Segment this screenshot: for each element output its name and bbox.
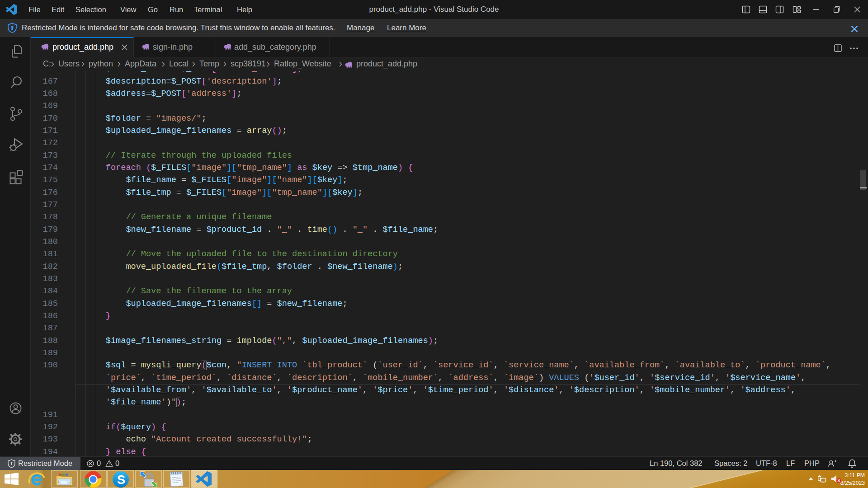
svg-text:S: S	[117, 473, 125, 487]
